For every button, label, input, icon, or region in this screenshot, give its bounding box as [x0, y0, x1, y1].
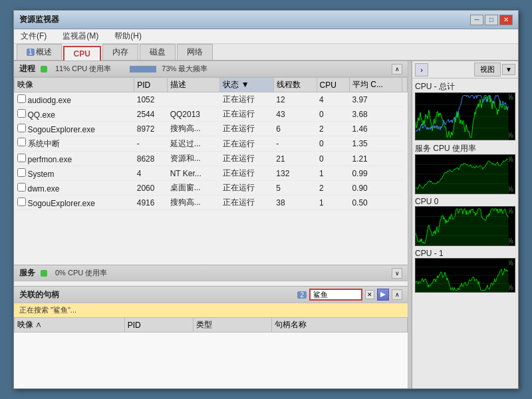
handles-search-input[interactable] [309, 289, 362, 301]
cell-avg: 1.35 [349, 136, 402, 152]
freq-bar [130, 66, 156, 72]
tab-cpu[interactable]: CPU [63, 46, 101, 61]
tab-bar: 1概述 CPU 内存 磁盘 网络 [14, 44, 518, 61]
tab-overview[interactable]: 1概述 [17, 44, 62, 60]
cell-avg: 0.90 [349, 181, 402, 196]
cpu-usage-stat: 11% CPU 使用率 [55, 64, 111, 74]
col-cpu[interactable]: CPU [317, 78, 349, 92]
handles-empty-area [14, 332, 408, 388]
col-desc[interactable]: 描述 [168, 78, 220, 92]
window-title: 资源监视器 [19, 14, 59, 25]
menu-help[interactable]: 帮助(H) [110, 29, 146, 43]
cell-threads: 132 [273, 166, 317, 181]
cell-image: SogouExplorer.exe [15, 122, 134, 136]
cell-image: perfmon.exe [15, 152, 134, 166]
cell-avg: 3.97 [349, 92, 402, 107]
cell-avg: 0.99 [349, 166, 402, 181]
cell-cpu: 1 [317, 196, 349, 210]
col-spacer [402, 78, 408, 92]
view-button[interactable]: 视图 [474, 63, 501, 76]
menu-monitor[interactable]: 监视器(M) [59, 29, 102, 43]
table-row[interactable]: dwm.exe 2060 桌面窗... 正在运行 5 2 0.90 [15, 181, 408, 196]
graph-area-2: 100%0% [415, 206, 515, 246]
cell-avg: 3.68 [349, 107, 402, 122]
handle-col-pid[interactable]: PID [124, 318, 194, 332]
cell-desc: QQ2013 [168, 107, 220, 122]
cell-cpu: 2 [317, 181, 349, 196]
table-row[interactable]: perfmon.exe 8628 资源和... 正在运行 21 0 1.21 [15, 152, 408, 166]
services-indicator [41, 270, 47, 277]
menu-file[interactable]: 文件(F) [17, 29, 51, 43]
graph-area-1: 100%0% [415, 154, 515, 194]
view-dropdown-arrow[interactable]: ▼ [502, 64, 515, 75]
cell-desc [168, 92, 220, 107]
services-section-header[interactable]: 服务 0% CPU 使用率 ∨ [14, 265, 408, 281]
cell-pid: 2544 [134, 107, 168, 122]
cell-status: 正在运行 [220, 136, 273, 152]
cell-image: audiodg.exe [15, 92, 134, 107]
menubar: 文件(F) 监视器(M) 帮助(H) [14, 29, 518, 44]
title-buttons: ─ □ ✕ [470, 15, 513, 25]
cell-status: 正在运行 [220, 122, 273, 136]
cell-pid: 8972 [134, 122, 168, 136]
maximize-button[interactable]: □ [485, 15, 498, 25]
graph-label-1: 服务 CPU 使用率 [415, 143, 476, 154]
cell-threads: 43 [273, 107, 317, 122]
graph-block-3: CPU - 1100%0% [415, 249, 515, 293]
table-row[interactable]: SogouExplorer.exe 4916 搜狗高... 正在运行 38 1 … [15, 196, 408, 210]
graph-section: CPU - 总计100%0%60 秒服务 CPU 使用率100%0%CPU 01… [412, 78, 518, 388]
col-status[interactable]: 状态 ▼ [220, 78, 273, 92]
table-row[interactable]: 系统中断 - 延迟过... 正在运行 - 0 1.35 [15, 136, 408, 152]
cell-threads: 12 [273, 92, 317, 107]
handles-collapse-btn[interactable]: ∧ [392, 289, 402, 300]
cell-status: 正在运行 [220, 181, 273, 196]
cell-threads: 5 [273, 181, 317, 196]
table-row[interactable]: SogouExplorer.exe 8972 搜狗高... 正在运行 6 2 1… [15, 122, 408, 136]
cell-status: 正在运行 [220, 107, 273, 122]
col-avg[interactable]: 平均 C... [349, 78, 402, 92]
process-section-header[interactable]: 进程 11% CPU 使用率 73% 最大频率 ∧ [14, 61, 408, 77]
search-clear-btn[interactable]: ✕ [365, 290, 374, 299]
tab-network[interactable]: 网络 [177, 44, 213, 60]
cell-desc: 延迟过... [168, 136, 220, 152]
col-image[interactable]: 映像 [15, 78, 134, 92]
tab-memory[interactable]: 内存 [102, 44, 138, 60]
handles-table: 映像 ∧ PID 类型 句柄名称 [14, 317, 408, 332]
minimize-button[interactable]: ─ [470, 15, 483, 25]
process-collapse-btn[interactable]: ∧ [392, 64, 402, 74]
table-row[interactable]: audiodg.exe 1052 正在运行 12 4 3.97 [15, 92, 408, 107]
services-collapse-btn[interactable]: ∨ [392, 268, 402, 279]
graph-block-0: CPU - 总计100%0%60 秒 [415, 81, 515, 140]
handle-col-name[interactable]: 句柄名称 [272, 318, 408, 332]
cell-pid: 4916 [134, 196, 168, 210]
tab-disk[interactable]: 磁盘 [140, 44, 176, 60]
cell-avg: 0.50 [349, 196, 402, 210]
close-button[interactable]: ✕ [499, 15, 513, 25]
cell-desc: 桌面窗... [168, 181, 220, 196]
cpu-indicator [41, 66, 47, 72]
col-pid[interactable]: PID [134, 78, 168, 92]
handle-col-image[interactable]: 映像 ∧ [15, 318, 125, 332]
services-title: 服务 [19, 267, 35, 279]
cell-desc: 搜狗高... [168, 122, 220, 136]
handle-col-type[interactable]: 类型 [194, 318, 272, 332]
cell-status: 正在运行 [220, 92, 273, 107]
services-section: 服务 0% CPU 使用率 ∨ [14, 265, 408, 287]
process-title: 进程 [19, 63, 35, 74]
main-area: 进程 11% CPU 使用率 73% 最大频率 ∧ 映像 PID 描述 [14, 61, 518, 388]
table-row[interactable]: QQ.exe 2544 QQ2013 正在运行 43 0 3.68 [15, 107, 408, 122]
right-panel-header: › 视图 ▼ [412, 61, 518, 78]
cell-pid: 2060 [134, 181, 168, 196]
col-threads[interactable]: 线程数 [273, 78, 317, 92]
cell-image: 系统中断 [15, 136, 134, 152]
cell-avg: 1.46 [349, 122, 402, 136]
table-row[interactable]: System 4 NT Ker... 正在运行 132 1 0.99 [15, 166, 408, 181]
handles-header: 关联的句柄 2 ✕ ∧ [14, 287, 408, 303]
handles-number: 2 [297, 291, 307, 299]
search-go-btn[interactable] [377, 289, 389, 301]
cell-status: 正在运行 [220, 166, 273, 181]
cell-pid: 4 [134, 166, 168, 181]
process-table[interactable]: 映像 PID 描述 状态 ▼ 线程数 CPU 平均 C... [14, 77, 408, 265]
right-expand-btn[interactable]: › [415, 63, 428, 76]
main-window: 资源监视器 ─ □ ✕ 文件(F) 监视器(M) 帮助(H) 1概述 CPU 内… [13, 10, 519, 389]
